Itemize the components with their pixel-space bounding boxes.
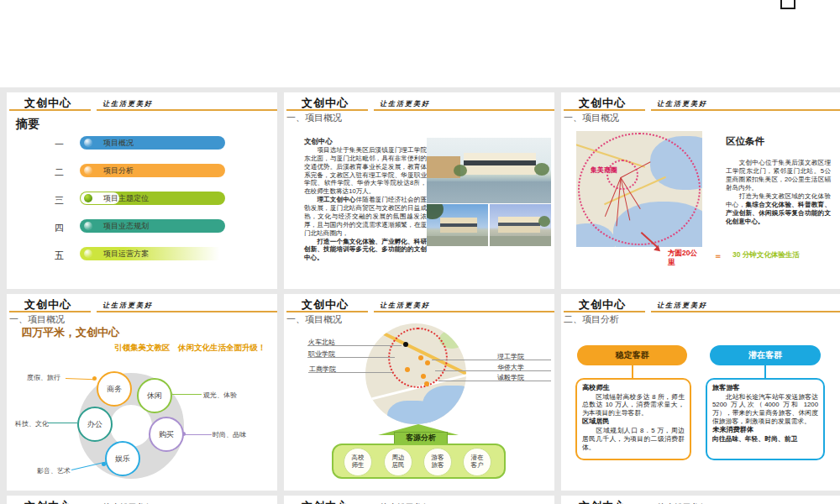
brand-tagline: 让生活更美好 — [102, 301, 153, 310]
equals-sign: ＝ — [714, 250, 722, 262]
building-render-photo-right — [490, 204, 551, 246]
brand-title: 文创中心 — [24, 499, 71, 504]
header-rule-right — [97, 311, 277, 312]
water-shape — [427, 181, 551, 203]
water-shape — [423, 386, 466, 424]
callout-line — [438, 381, 551, 381]
building-shape — [464, 153, 536, 175]
sphere-icon — [84, 166, 92, 175]
category-circle-entertainment: 娱乐 — [105, 441, 140, 476]
radius-20km-dotted-circle — [578, 133, 701, 245]
tree-shape — [534, 163, 549, 176]
category-label: 购买 — [159, 429, 174, 440]
toc-number: 五 — [55, 249, 64, 262]
category-circle-business: 商务 — [97, 371, 132, 407]
building-shape — [498, 217, 540, 233]
stable-customers-box: 高校师生 区域辐射高校多达 8 所，师生总数达 10 万人，消费需求量大，为本项… — [575, 378, 691, 460]
customer-analysis-banner: 客源分析 — [394, 432, 448, 444]
header-rule-right — [374, 311, 554, 312]
ground-shape — [427, 236, 488, 246]
brand-tagline: 让生活更美好 — [380, 301, 430, 310]
building-render-photo-main — [427, 138, 551, 203]
slide-thumbnail-partial[interactable]: 文创中心 让生活更美好 — [7, 496, 277, 504]
callout-line — [307, 357, 395, 358]
toc-item-overview: 项目概况 — [80, 136, 225, 150]
category-circle-shopping: 购买 — [149, 417, 184, 452]
brand-tagline: 让生活更美好 — [657, 99, 707, 108]
slide-thumbnail-customers[interactable]: 文创中心 让生活更美好 一、项目概况 火车北站 职业学院 工商学院 理工学院 华… — [284, 294, 554, 491]
toc-item-label: 项目运营方案 — [103, 249, 149, 260]
tree-shape — [454, 165, 467, 176]
sphere-icon — [84, 194, 92, 202]
group-label-line: 客户 — [471, 462, 484, 470]
campus-dot — [425, 360, 430, 365]
callout-line — [48, 423, 77, 423]
header-rule-left — [9, 109, 91, 111]
sphere-icon — [84, 139, 92, 147]
callout-label: 度假、旅行 — [27, 373, 60, 382]
radius-5km-dotted-circle — [606, 160, 638, 190]
slide-thumbnail-overview[interactable]: 文创中心 让生活更美好 一、项目概况 文创中心 项目选址于集美区后溪镇厦门理工学… — [284, 92, 554, 289]
box-body: 向往品味、年轻、时尚、前卫 — [712, 435, 818, 444]
potential-customers-box: 旅客游客 北站和长途汽车站年发送旅客达 5200 万人次（4000 万和 120… — [706, 378, 825, 460]
campus-dot — [421, 374, 426, 379]
brand-tagline: 让生活更美好 — [102, 99, 153, 108]
section-heading: 二、项目分析 — [564, 313, 619, 326]
customer-group-circle: 高校 师生 — [344, 448, 372, 476]
slide-thumbnail-analysis[interactable]: 文创中心 让生活更美好 二、项目分析 稳定客群 潜在客群 高校师生 区域辐射高校… — [561, 294, 840, 491]
header-rule-right — [97, 109, 277, 111]
toc-item-label: 项目主题定位 — [103, 193, 149, 204]
slide-thumbnail-scale[interactable]: 文创中心 让生活更美好 一、项目概况 四万平米，文创中心 引领集美文教区 休闲文… — [7, 294, 277, 491]
customer-group-circle: 周边 居民 — [384, 448, 412, 476]
overview-paragraph-2-lead: 理工文创中心 — [304, 196, 356, 203]
overview-lead: 文创中心 — [304, 137, 427, 146]
callout-dot — [92, 376, 97, 381]
slide-thumbnail-location[interactable]: 文创中心 让生活更美好 一、项目概况 集美商圈 区位条件 文创中心位于集美后溪文… — [561, 92, 840, 289]
category-circle-office: 办公 — [77, 407, 113, 442]
location-body: 文创中心位于集美后溪文教区理工学院东北门，紧邻厦门北站。5公里商圈紧扣集美区，2… — [726, 159, 831, 226]
callout-line — [172, 394, 202, 395]
callout-line — [432, 360, 551, 360]
overview-paragraph-3: 打造一个集文化体验、产业孵化、科研创新、技能培训等多元化、多功能的的文创中心。 — [304, 238, 427, 263]
slide-sorter-canvas: 文创中心 让生活更美好 摘要 一 项目概况 二 项目分析 三 项目主题定位 四 … — [0, 0, 840, 504]
brand-title: 文创中心 — [302, 499, 349, 504]
category-label: 商务 — [107, 384, 122, 395]
header-rule-left — [286, 311, 368, 312]
customer-groups-box: 高校 师生 周边 居民 游客 旅客 潜在 客户 — [332, 444, 506, 479]
customer-group-circle: 游客 旅客 — [423, 448, 452, 476]
toc-item-operation: 项目运营方案 — [80, 247, 225, 260]
group-label-line: 居民 — [392, 462, 405, 470]
toc-number: 三 — [55, 194, 64, 207]
section-heading: 一、项目概况 — [286, 112, 342, 124]
slide-thumbnail-partial[interactable]: 文创中心 让生活更美好 — [561, 496, 840, 504]
callout-line — [66, 378, 94, 380]
summary-title: 摘要 — [16, 117, 39, 132]
brand-tagline: 让生活更美好 — [657, 301, 707, 310]
overview-body: 文创中心 项目选址于集美区后溪镇厦门理工学院东北面，与厦门北站毗邻，具有非常便利… — [304, 137, 427, 262]
header-rule-left — [564, 311, 645, 312]
overview-paragraph-2: 理工文创中心伴随着厦门经济社会的蓬勃发展，厦门北站商贸区与文教区的日益成熟，文化… — [304, 196, 427, 237]
building-shape — [440, 218, 477, 233]
sphere-icon — [84, 249, 92, 258]
region-map: 集美商圈 — [576, 131, 702, 247]
section-heading: 一、项目概况 — [9, 313, 65, 326]
toc-item-business: 项目业态规划 — [80, 219, 225, 233]
box-heading: 旅客游客 — [712, 384, 818, 393]
header-rule-right — [374, 109, 554, 111]
header-rule-right — [651, 109, 840, 111]
slide-thumbnail-partial[interactable]: 文创中心 让生活更美好 — [284, 496, 554, 504]
box-body: 北站和长途汽车站年发送旅客达 5200 万人次（4000 万和 1200 万），… — [712, 393, 818, 427]
location-paragraph-2: 打造为集美文教区域的文化体验中心，集综合文化体验、科普教育、产业创新、休闲娱乐等… — [726, 192, 831, 226]
toc-number: 四 — [55, 222, 64, 234]
callout-line — [185, 434, 212, 435]
callout-line — [435, 370, 551, 371]
tree-shape — [538, 216, 550, 227]
slide-thumbnail-summary[interactable]: 文创中心 让生活更美好 摘要 一 项目概况 二 项目分析 三 项目主题定位 四 … — [7, 92, 277, 289]
toc-item-label: 项目业态规划 — [103, 221, 149, 232]
window-restore-icon[interactable] — [780, 0, 795, 9]
stable-customers-pill: 稳定客群 — [577, 345, 687, 365]
toc-item-theme: 项目主题定位 — [80, 192, 225, 205]
brand-tagline: 让生活更美好 — [380, 99, 430, 108]
benefit-label: 30 分钟文化体验生活 — [732, 250, 800, 260]
callout-line — [307, 345, 402, 346]
